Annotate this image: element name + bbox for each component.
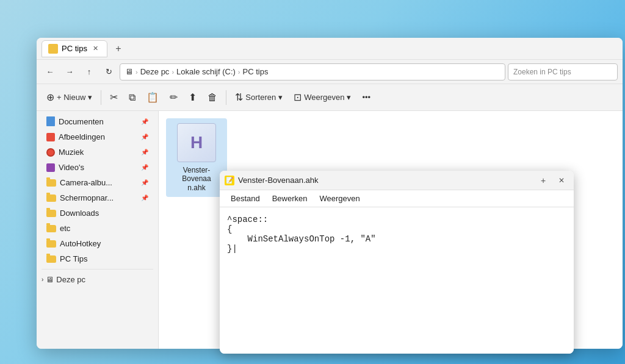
breadcrumb-part-3[interactable]: PC tips (243, 67, 269, 76)
tab-new-button[interactable]: + (110, 40, 127, 57)
sidebar-label-ahk: AutoHotkey (60, 239, 101, 248)
deze-pc-label: Deze pc (56, 275, 85, 284)
sort-dropdown-icon: ▾ (278, 93, 283, 102)
tab-folder-icon (48, 44, 58, 54)
view-dropdown-icon: ▾ (347, 93, 351, 102)
breadcrumb-part-1[interactable]: Deze pc (140, 67, 170, 76)
pc-icon: 🖥 (46, 275, 54, 284)
search-box[interactable]: Zoeken in PC tips (508, 63, 618, 80)
new-dropdown-icon: ▾ (88, 93, 92, 102)
new-button[interactable]: ⊕ + Nieuw ▾ (42, 88, 97, 106)
sidebar-item-camera-album[interactable]: Camera-albu... 📌 (39, 175, 156, 190)
pin-icon-2: 📌 (141, 134, 148, 140)
share-icon: ⬆ (189, 91, 197, 103)
music-icon (46, 148, 55, 157)
sidebar-item-muziek[interactable]: Muziek 📌 (39, 145, 156, 160)
delete-button[interactable]: 🗑 (203, 89, 222, 106)
pin-icon-6: 📌 (141, 194, 148, 201)
notepad-close-button[interactable]: ✕ (554, 173, 569, 188)
tab-area: PC tips ✕ + (42, 40, 618, 57)
view-button[interactable]: ⊡ Weergeven ▾ (289, 88, 356, 106)
pctips-folder-icon (46, 255, 56, 263)
sidebar-item-schermopnamen[interactable]: Schermopnar... 📌 (39, 190, 156, 205)
breadcrumb-part-2[interactable]: Lokale schijf (C:) (176, 67, 236, 76)
sidebar-label-etc: etc (60, 224, 70, 233)
breadcrumb-sep-2: › (172, 68, 174, 76)
more-icon: ••• (362, 93, 370, 102)
sidebar-item-autohotkey[interactable]: AutoHotkey (39, 236, 156, 251)
sidebar-group-deze-pc[interactable]: › 🖥 Deze pc (37, 272, 158, 287)
share-button[interactable]: ⬆ (184, 88, 201, 106)
expand-icon: › (42, 276, 43, 283)
view-icon: ⊡ (294, 91, 302, 103)
video-icon (46, 163, 55, 172)
notepad-menu: Bestand Bewerken Weergeven (220, 190, 574, 207)
sidebar-label-screen: Schermopnar... (60, 193, 114, 202)
sidebar-label-muziek: Muziek (59, 148, 84, 157)
breadcrumb-icon: 🖥 (125, 67, 133, 76)
sidebar-item-downloads[interactable]: Downloads (39, 205, 156, 221)
toolbar-separator-2 (226, 90, 226, 105)
notepad-new-tab-button[interactable]: + (536, 173, 551, 188)
file-item-ahk[interactable]: H Venster-Bovenaan.ahk (166, 118, 227, 197)
file-name-ahk: Venster-Bovenaan.ahk (171, 166, 222, 192)
img-icon (46, 133, 55, 141)
pin-icon-3: 📌 (141, 149, 148, 155)
notepad-app-icon: 📝 (225, 176, 234, 185)
sidebar-item-videos[interactable]: Video's 📌 (39, 160, 156, 175)
cut-button[interactable]: ✂ (105, 88, 123, 106)
notepad-menu-bestand[interactable]: Bestand (225, 191, 266, 205)
camera-folder-icon (46, 179, 56, 187)
rename-button[interactable]: ✏ (165, 88, 182, 106)
file-icon-letter: H (190, 133, 203, 152)
cut-icon: ✂ (110, 91, 118, 103)
paste-icon: 📋 (146, 91, 159, 103)
up-button[interactable]: ↑ (81, 63, 98, 80)
notepad-window: 📝 Venster-Bovenaan.ahk + ✕ Bestand Bewer… (220, 171, 574, 354)
sidebar-divider (42, 269, 153, 269)
notepad-content[interactable]: ^space:: { WinSetAlwaysOnTop -1, "A" }| (220, 207, 574, 354)
refresh-button[interactable]: ↻ (100, 63, 117, 80)
pin-icon: 📌 (141, 118, 148, 125)
notepad-title-bar: 📝 Venster-Bovenaan.ahk + ✕ (220, 171, 574, 190)
notepad-menu-bewerken[interactable]: Bewerken (266, 191, 314, 205)
ahk-folder-icon (46, 240, 56, 248)
delete-icon: 🗑 (208, 92, 217, 103)
sidebar-item-pc-tips[interactable]: PC Tips (39, 251, 156, 266)
new-icon: ⊕ (46, 91, 54, 103)
sidebar-item-etc[interactable]: etc (39, 221, 156, 236)
screen-folder-icon (46, 194, 56, 202)
notepad-menu-weergeven[interactable]: Weergeven (314, 191, 366, 205)
etc-folder-icon (46, 225, 56, 232)
copy-button[interactable]: ⧉ (124, 89, 140, 106)
file-icon-ahk: H (177, 123, 216, 162)
sort-button[interactable]: ⇅ Sorteren ▾ (230, 88, 287, 106)
sidebar-label-camera: Camera-albu... (60, 178, 112, 187)
back-button[interactable]: ← (42, 63, 59, 80)
explorer-tab[interactable]: PC tips ✕ (42, 40, 107, 57)
toolbar: ⊕ + Nieuw ▾ ✂ ⧉ 📋 ✏ ⬆ 🗑 ⇅ Sorteren ▾ (37, 84, 623, 111)
sidebar-label-pctips: PC Tips (60, 254, 88, 263)
sidebar-item-afbeeldingen[interactable]: Afbeeldingen 📌 (39, 129, 156, 145)
pin-icon-5: 📌 (141, 179, 148, 186)
breadcrumb-sep-3: › (238, 68, 240, 76)
tab-label: PC tips (62, 44, 87, 53)
forward-button[interactable]: → (61, 63, 78, 80)
breadcrumb[interactable]: 🖥 › Deze pc › Lokale schijf (C:) › PC ti… (120, 63, 505, 80)
rename-icon: ✏ (170, 91, 178, 103)
tab-close-button[interactable]: ✕ (91, 44, 101, 54)
notepad-title-text: Venster-Bovenaan.ahk (238, 176, 532, 185)
breadcrumb-sep-1: › (135, 68, 138, 76)
sidebar: Documenten 📌 Afbeeldingen 📌 Muziek 📌 Vid… (37, 111, 159, 349)
paste-button[interactable]: 📋 (142, 88, 164, 106)
pin-icon-4: 📌 (141, 164, 148, 171)
sidebar-label-downloads: Downloads (60, 209, 99, 218)
sidebar-label-afbeeldingen: Afbeeldingen (59, 132, 105, 141)
downloads-folder-icon (46, 210, 56, 217)
address-bar: ← → ↑ ↻ 🖥 › Deze pc › Lokale schijf (C:)… (37, 60, 623, 84)
copy-icon: ⧉ (129, 92, 135, 103)
title-bar: PC tips ✕ + (37, 38, 623, 60)
sort-icon: ⇅ (235, 91, 243, 103)
more-button[interactable]: ••• (357, 90, 375, 105)
sidebar-item-documenten[interactable]: Documenten 📌 (39, 113, 156, 129)
